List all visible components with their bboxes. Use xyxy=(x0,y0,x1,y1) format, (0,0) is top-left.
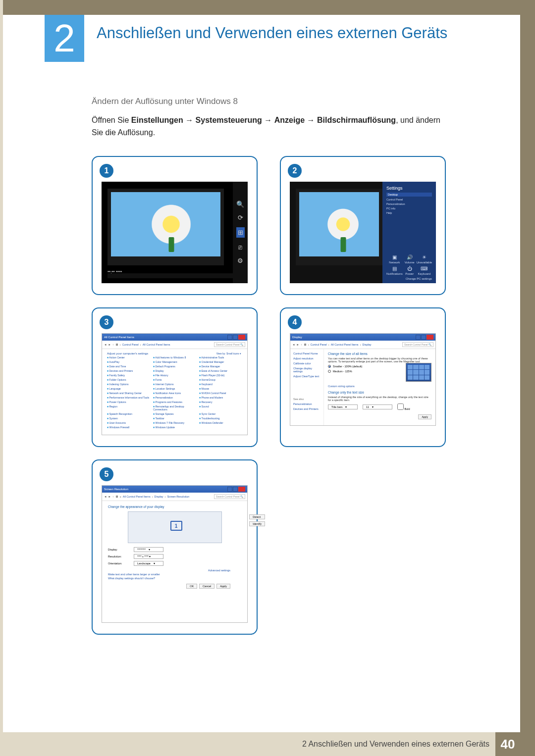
cp-item[interactable]: Folder Options xyxy=(107,378,150,381)
cp-item[interactable]: Windows Firewall xyxy=(107,426,150,429)
see-also-devices[interactable]: Devices and Printers xyxy=(293,407,321,410)
detect-button[interactable]: Detect xyxy=(249,514,265,519)
settings-item-desktop[interactable]: Desktop xyxy=(386,193,432,197)
cp-item[interactable]: Credential Manager xyxy=(199,360,242,363)
size-dropdown[interactable]: 11 ▾ xyxy=(363,404,392,409)
settings-item-help[interactable]: Help xyxy=(386,211,432,214)
cp-item[interactable]: File History xyxy=(153,374,196,377)
cp-item[interactable]: User Accounts xyxy=(107,421,150,424)
tile-network[interactable]: ▣Network xyxy=(386,254,403,264)
cp-item[interactable]: AutoPlay xyxy=(107,360,150,363)
cp-item[interactable]: Mouse xyxy=(199,387,242,390)
cp-item[interactable]: Language xyxy=(107,387,150,390)
tile-keyboard[interactable]: ⌨Keyboard xyxy=(417,266,432,275)
settings-item-control-panel[interactable]: Control Panel xyxy=(386,198,432,201)
cp-item[interactable]: Phone and Modem xyxy=(199,396,242,399)
cp-item[interactable]: Power Options xyxy=(107,401,150,403)
link-which-settings[interactable]: What display settings should I choose? xyxy=(108,577,241,580)
close-button[interactable] xyxy=(427,335,433,340)
ok-button[interactable]: OK xyxy=(186,584,197,589)
back-icon[interactable]: ◄ xyxy=(104,495,107,498)
cp-item[interactable]: Storage Spaces xyxy=(153,412,196,415)
cp-item[interactable]: NVIDIA Control Panel xyxy=(199,392,242,395)
tile-power[interactable]: ⏻Power xyxy=(405,266,415,275)
share-icon[interactable]: ⟳ xyxy=(238,214,243,221)
cp-item[interactable]: HomeGroup xyxy=(199,378,242,381)
cp-item[interactable]: Sound xyxy=(199,405,242,411)
cp-item[interactable]: Device Manager xyxy=(199,365,242,368)
cp-item[interactable]: Windows Defender xyxy=(199,421,242,424)
change-pc-settings-link[interactable]: Change PC settings xyxy=(386,275,432,280)
side-link-change-display[interactable]: Change display settings xyxy=(293,367,321,373)
cp-item[interactable]: Internet Options xyxy=(153,383,196,386)
cp-item[interactable]: Region xyxy=(107,405,150,411)
monitor-1[interactable]: 1 xyxy=(170,521,182,531)
orientation-dropdown[interactable]: Landscape ▾ xyxy=(134,561,163,566)
see-also-personalization[interactable]: Personalization xyxy=(293,403,321,405)
side-link-calibrate[interactable]: Calibrate color xyxy=(293,362,321,365)
maximize-button[interactable] xyxy=(233,335,238,340)
side-link-cleartype[interactable]: Adjust ClearType text xyxy=(293,375,321,378)
tile-brightness[interactable]: ☀Unavailable xyxy=(417,254,432,264)
search-box[interactable]: Search Control Panel 🔍 xyxy=(402,342,433,347)
cp-item[interactable]: Flash Player (32-bit) xyxy=(199,374,242,377)
search-box[interactable]: Search Control Panel 🔍 xyxy=(214,494,245,499)
cp-item[interactable]: Default Programs xyxy=(153,365,196,368)
settings-item-personalization[interactable]: Personalization xyxy=(386,202,432,205)
cp-item[interactable]: Location Settings xyxy=(153,387,196,390)
item-dropdown[interactable]: Title bars ▾ xyxy=(328,404,358,409)
cp-item[interactable]: Network and Sharing Center xyxy=(107,392,150,395)
cp-item[interactable]: Notification Area Icons xyxy=(153,392,196,395)
radio-medium[interactable]: Medium - 125% xyxy=(328,370,403,373)
cp-item[interactable]: Devices and Printers xyxy=(107,369,150,372)
cp-item[interactable]: Windows Update xyxy=(153,426,196,429)
minimize-button[interactable] xyxy=(227,335,232,340)
start-icon[interactable]: ⊞ xyxy=(236,227,245,238)
cp-item[interactable]: Personalization xyxy=(153,396,196,399)
custom-sizing-link[interactable]: Custom sizing options xyxy=(328,385,431,388)
forward-icon[interactable]: ► xyxy=(296,343,299,346)
bold-checkbox[interactable]: Bold xyxy=(397,403,418,410)
cp-item[interactable]: Action Center xyxy=(107,356,150,359)
cp-item[interactable]: Ease of Access Center xyxy=(199,369,242,372)
back-icon[interactable]: ◄ xyxy=(292,343,295,346)
cancel-button[interactable]: Cancel xyxy=(199,584,214,589)
cp-item[interactable]: RemoteApp and Desktop Connections xyxy=(153,405,196,411)
back-icon[interactable]: ◄ xyxy=(104,343,107,346)
cp-item[interactable]: Taskbar xyxy=(153,417,196,420)
minimize-button[interactable] xyxy=(416,335,421,340)
cp-item[interactable]: System xyxy=(107,417,150,420)
cp-item[interactable]: Troubleshooting xyxy=(199,417,242,420)
side-link-adjust-resolution[interactable]: Adjust resolution xyxy=(293,357,321,360)
cp-item[interactable]: Speech Recognition xyxy=(107,412,150,415)
cp-item[interactable]: Indexing Options xyxy=(107,383,150,386)
identify-button[interactable]: Identify xyxy=(249,521,265,526)
radio-smaller[interactable]: Smaller - 100% (default) xyxy=(328,365,403,368)
up-icon[interactable]: ↑ xyxy=(112,343,114,346)
cp-item[interactable]: Administrative Tools xyxy=(199,356,242,359)
side-link-home[interactable]: Control Panel Home xyxy=(293,352,321,355)
close-button[interactable] xyxy=(238,487,245,492)
tile-notifications[interactable]: ▤Notifications xyxy=(386,266,403,275)
cp-item[interactable]: Date and Time xyxy=(107,365,150,368)
close-button[interactable] xyxy=(238,335,245,340)
cp-item[interactable]: Sync Center xyxy=(199,412,242,415)
settings-item-pc-info[interactable]: PC info xyxy=(386,207,432,210)
up-icon[interactable]: ↑ xyxy=(301,343,302,346)
maximize-button[interactable] xyxy=(421,335,426,340)
tile-volume[interactable]: 🔊Volume xyxy=(405,254,415,264)
link-make-larger[interactable]: Make text and other items larger or smal… xyxy=(108,573,241,576)
devices-icon[interactable]: ⎚ xyxy=(238,244,242,251)
search-icon[interactable]: 🔍 xyxy=(236,201,244,208)
minimize-button[interactable] xyxy=(227,487,232,492)
cp-item[interactable]: Add features to Windows 8 xyxy=(153,356,196,359)
cp-item[interactable]: Performance Information and Tools xyxy=(107,396,150,399)
search-box[interactable]: Search Control Panel 🔍 xyxy=(214,342,245,347)
apply-button[interactable]: Apply xyxy=(418,414,431,419)
up-icon[interactable]: ↑ xyxy=(112,495,114,498)
settings-icon[interactable]: ⚙ xyxy=(237,257,243,264)
cp-item[interactable]: Color Management xyxy=(153,360,196,363)
resolution-dropdown[interactable]: **** x **** ▾ xyxy=(134,554,163,559)
advanced-settings-link[interactable]: Advanced settings xyxy=(108,569,230,572)
cp-item[interactable]: Fonts xyxy=(153,378,196,381)
